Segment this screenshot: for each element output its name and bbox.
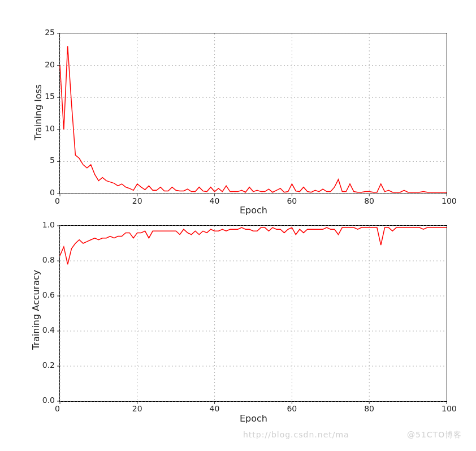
xtick-label: 80 [364, 196, 374, 205]
ytick-label: 0.2 [42, 360, 55, 370]
xtick-label: 40 [210, 404, 220, 413]
xtick-label: 80 [364, 404, 374, 413]
ylabel-accuracy: Training Accuracy [31, 270, 41, 350]
watermark-url: http://blog.csdn.net/ma [243, 430, 349, 439]
xtick-label: 100 [442, 196, 457, 205]
ytick-label: 0.4 [42, 325, 55, 334]
ytick-label: 5 [50, 156, 55, 165]
ytick-label: 0.6 [42, 290, 55, 299]
plot-area-accuracy [60, 226, 447, 401]
xtick-label: 20 [132, 196, 142, 205]
ytick-label: 0.8 [42, 255, 55, 264]
ytick-label: 1.0 [42, 220, 55, 229]
ytick-label: 25 [45, 28, 55, 37]
xtick-label: 40 [210, 196, 220, 205]
xtick-label: 60 [287, 196, 297, 205]
xtick-label: 0 [55, 404, 60, 413]
xlabel-loss: Epoch [240, 205, 267, 216]
ytick-label: 0.0 [42, 396, 55, 405]
xtick-label: 20 [132, 404, 142, 413]
figure: Training loss Epoch Training Accuracy Ep… [0, 0, 476, 451]
ytick-label: 0 [50, 188, 55, 197]
ytick-label: 15 [45, 92, 55, 101]
xtick-label: 100 [442, 404, 457, 413]
chart-training-loss [59, 33, 447, 194]
ytick-label: 20 [45, 60, 55, 69]
xtick-label: 0 [55, 196, 60, 205]
ytick-label: 10 [45, 124, 55, 133]
ylabel-loss: Training loss [33, 84, 44, 140]
watermark-badge: @51CTO博客 [407, 430, 462, 440]
xlabel-accuracy: Epoch [240, 413, 267, 424]
xtick-label: 60 [287, 404, 297, 413]
chart-training-accuracy [59, 225, 447, 402]
plot-area-loss [60, 33, 447, 194]
